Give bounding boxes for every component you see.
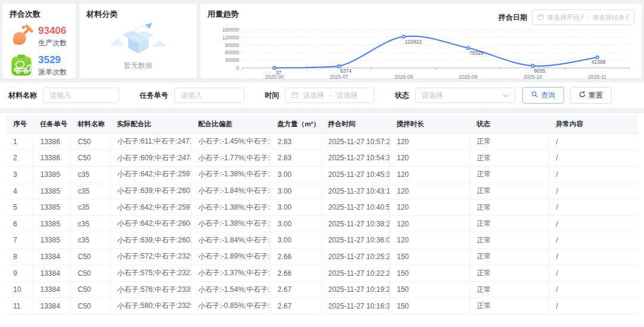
svg-text:37: 37	[275, 70, 281, 76]
status-select-placeholder: 请选择	[422, 91, 443, 101]
table-cell-7: 120	[389, 133, 469, 150]
table-cell-9: /	[549, 183, 638, 200]
table-cell-1: 13386	[33, 133, 70, 150]
empty-state-text: 暂无数据	[124, 61, 153, 71]
table-cell-5: 2.66	[270, 248, 321, 265]
trend-card-title: 用量趋势	[208, 10, 239, 19]
table-row[interactable]: 813384C50小石子:572;中石子:2329;砂:2...小石子:-1.8…	[6, 248, 638, 265]
table-cell-9: /	[549, 216, 638, 232]
table-cell-9: /	[549, 248, 638, 265]
svg-text:2025-10: 2025-10	[524, 74, 542, 80]
material-category-card: 材料分类 暂无数据	[79, 4, 197, 79]
column-header-5: 盘方量（m²）	[270, 116, 321, 133]
table-cell-4: 小石子:-0.85%;中石子:-0.6...	[191, 298, 270, 314]
svg-text:78326: 78326	[469, 50, 484, 56]
table-cell-7: 120	[389, 183, 469, 200]
reset-button[interactable]: 重置	[570, 87, 612, 104]
table-cell-7: 120	[389, 232, 469, 249]
table-cell-1: 13385	[33, 183, 70, 200]
trend-card-header: 用量趋势 拌合日期 请选择开始月份 - 请选择结束月份	[208, 10, 634, 25]
table-cell-8: 正常	[469, 150, 549, 167]
table-cell-6: 2025-11-27 10:45:39	[321, 166, 389, 183]
table-cell-3: 小石子:642;中石子:2597;砂:2...	[110, 199, 191, 216]
table-row[interactable]: 113386C50小石子:611;中石子:2471;砂:2...小石子:-1.4…	[6, 133, 638, 150]
table-cell-1: 13385	[33, 166, 70, 183]
table-row[interactable]: 913384C50小石子:575;中石子:2322;砂:2...小石子:-1.3…	[6, 265, 638, 282]
chevron-down-icon	[503, 92, 509, 99]
table-cell-2: c35	[70, 232, 110, 249]
column-header-0: 序号	[6, 116, 33, 133]
svg-text:0: 0	[236, 65, 239, 71]
table-cell-7: 150	[389, 248, 469, 265]
column-header-9: 异常内容	[549, 116, 638, 133]
svg-text:120000: 120000	[222, 35, 240, 41]
usage-trend-card: 用量趋势 拌合日期 请选择开始月份 - 请选择结束月份	[200, 4, 642, 79]
table-row[interactable]: 1013384C50小石子:576;中石子:2335;砂:2...小石子:-1.…	[6, 281, 638, 298]
table-cell-2: c35	[70, 166, 110, 183]
table-cell-3: 小石子:580;中石子:2329;砂:2...	[110, 298, 191, 314]
table-cell-4: 小石子:-1.38%;中石子:-0.3...	[191, 216, 270, 232]
table-row[interactable]: 713385c35小石子:639;中石子:2602;砂:2...小石子:-1.8…	[6, 232, 638, 249]
shovel-icon	[10, 24, 33, 48]
column-header-7: 搅拌时长	[389, 116, 469, 133]
filter-bar: 材料名称 任务单号 时间 请选择 - 请选择 状态 请选择	[0, 82, 644, 108]
table-cell-1: 13384	[33, 248, 70, 265]
material-name-input[interactable]	[43, 88, 119, 103]
table-cell-1: 13385	[33, 199, 70, 216]
svg-text:60000: 60000	[225, 49, 239, 55]
column-header-4: 配合比偏差	[191, 116, 270, 133]
table-row[interactable]: 613385c35小石子:642;中石子:2604;砂:2...小石子:-1.3…	[6, 216, 638, 232]
table-row[interactable]: 213386C50小石子:609;中石子:2474;砂:2...小石子:-1.7…	[6, 150, 638, 167]
table-cell-9: /	[549, 199, 638, 216]
table-row[interactable]: 313385c35小石子:642;中石子:2597;砂:2...小石子:-1.3…	[6, 166, 638, 183]
table-cell-7: 120	[389, 150, 469, 167]
table-cell-2: c35	[70, 199, 110, 216]
table-row[interactable]: 1113384C50小石子:580;中石子:2329;砂:2...小石子:-0.…	[6, 298, 638, 314]
calendar-icon	[537, 12, 544, 23]
table-cell-4: 小石子:-1.45%;中石子:-0.5...	[191, 133, 270, 150]
records-table-section: 序号任务单号材料名称实际配合比配合比偏差盘方量（m²）拌合时间搅拌时长状态异常内…	[0, 113, 644, 327]
table-cell-7: 120	[389, 199, 469, 216]
table-cell-5: 2.83	[270, 150, 321, 167]
table-cell-9: /	[549, 166, 638, 183]
table-row[interactable]: 413385c35小石子:639;中石子:2603;砂:2...小石子:-1.8…	[6, 183, 638, 200]
empty-box-icon	[106, 21, 171, 58]
table-cell-5: 2.67	[270, 298, 321, 314]
table-cell-4: 小石子:-1.89%;中石子:-0.2...	[191, 248, 270, 265]
svg-text:2025-09: 2025-09	[459, 74, 478, 80]
dashboard-page: 拌合次数 93406	[0, 0, 644, 327]
table-cell-1: 13385	[33, 232, 70, 249]
table-cell-5: 3.00	[270, 232, 321, 249]
table-cell-0: 10	[6, 281, 33, 298]
task-no-input[interactable]	[174, 88, 244, 103]
table-cell-6: 2025-11-27 10:38:26	[321, 216, 389, 232]
table-cell-8: 正常	[469, 298, 549, 314]
time-range-picker[interactable]: 请选择 - 请选择	[285, 88, 374, 103]
table-cell-1: 13384	[33, 265, 70, 282]
table-cell-2: C50	[70, 150, 110, 167]
svg-text:122822: 122822	[405, 39, 422, 45]
table-cell-3: 小石子:639;中石子:2603;砂:2...	[110, 183, 191, 200]
table-cell-6: 2025-11-27 10:40:51	[321, 199, 389, 216]
table-cell-0: 8	[6, 248, 33, 265]
mixing-count-card: 拌合次数 93406	[2, 4, 76, 79]
mixing-date-range-picker[interactable]: 请选择开始月份 - 请选择结束月份	[532, 10, 634, 25]
table-cell-6: 2025-11-27 10:16:35	[321, 298, 389, 314]
svg-text:30000: 30000	[225, 57, 239, 63]
svg-text:6374: 6374	[340, 68, 352, 74]
table-cell-3: 小石子:575;中石子:2322;砂:2...	[110, 265, 191, 282]
table-cell-3: 小石子:642;中石子:2604;砂:2...	[110, 216, 191, 232]
table-header-row: 序号任务单号材料名称实际配合比配合比偏差盘方量（m²）拌合时间搅拌时长状态异常内…	[6, 116, 638, 133]
table-cell-3: 小石子:639;中石子:2602;砂:2...	[110, 232, 191, 249]
table-cell-0: 9	[6, 265, 33, 282]
table-cell-0: 1	[6, 133, 33, 150]
dispatch-stat: 3529 派单次数	[10, 54, 69, 77]
table-cell-7: 120	[389, 166, 469, 183]
query-button-label: 查询	[541, 91, 555, 101]
table-row[interactable]: 513385c35小石子:642;中石子:2597;砂:2...小石子:-1.3…	[6, 199, 638, 216]
table-cell-2: C50	[70, 248, 110, 265]
table-cell-8: 正常	[469, 216, 549, 232]
status-select[interactable]: 请选择	[415, 88, 515, 103]
query-button[interactable]: 查询	[522, 87, 564, 104]
table-cell-0: 5	[6, 199, 33, 216]
